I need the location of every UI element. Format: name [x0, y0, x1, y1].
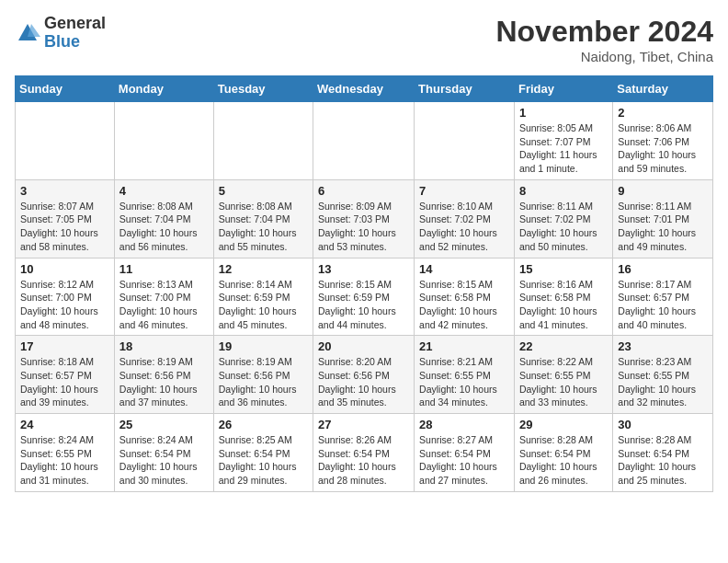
day-info: Sunrise: 8:23 AMSunset: 6:55 PMDaylight:… — [618, 355, 708, 409]
header-cell: Thursday — [415, 76, 515, 102]
day-info: Sunrise: 8:07 AMSunset: 7:05 PMDaylight:… — [20, 200, 109, 254]
calendar-header: SundayMondayTuesdayWednesdayThursdayFrid… — [16, 76, 713, 102]
calendar-cell: 29Sunrise: 8:28 AMSunset: 6:54 PMDayligh… — [514, 414, 612, 492]
day-info: Sunrise: 8:17 AMSunset: 6:57 PMDaylight:… — [618, 278, 708, 332]
day-number: 17 — [20, 339, 109, 353]
day-info: Sunrise: 8:11 AMSunset: 7:02 PMDaylight:… — [519, 200, 608, 254]
day-info: Sunrise: 8:06 AMSunset: 7:06 PMDaylight:… — [618, 121, 708, 176]
header-cell: Wednesday — [313, 76, 415, 102]
calendar-cell: 19Sunrise: 8:19 AMSunset: 6:56 PMDayligh… — [213, 336, 313, 414]
day-number: 20 — [318, 339, 409, 353]
calendar-body: 1Sunrise: 8:05 AMSunset: 7:07 PMDaylight… — [16, 102, 713, 492]
calendar-cell: 20Sunrise: 8:20 AMSunset: 6:56 PMDayligh… — [313, 336, 415, 414]
calendar-cell: 21Sunrise: 8:21 AMSunset: 6:55 PMDayligh… — [415, 336, 515, 414]
calendar-cell: 7Sunrise: 8:10 AMSunset: 7:02 PMDaylight… — [415, 179, 515, 258]
title-block: November 2024 Naidong, Tibet, China — [495, 15, 713, 64]
day-info: Sunrise: 8:22 AMSunset: 6:55 PMDaylight:… — [519, 355, 608, 409]
day-info: Sunrise: 8:21 AMSunset: 6:55 PMDaylight:… — [419, 355, 509, 409]
day-number: 11 — [119, 262, 209, 276]
day-number: 14 — [419, 262, 509, 276]
header-row: SundayMondayTuesdayWednesdayThursdayFrid… — [16, 76, 713, 102]
day-info: Sunrise: 8:05 AMSunset: 7:07 PMDaylight:… — [519, 121, 608, 176]
day-info: Sunrise: 8:28 AMSunset: 6:54 PMDaylight:… — [618, 433, 708, 488]
day-number: 15 — [519, 262, 608, 276]
calendar-cell: 27Sunrise: 8:26 AMSunset: 6:54 PMDayligh… — [313, 414, 415, 492]
calendar-cell: 1Sunrise: 8:05 AMSunset: 7:07 PMDaylight… — [514, 102, 612, 180]
calendar-cell — [313, 102, 415, 180]
day-number: 8 — [519, 184, 608, 198]
calendar-cell: 8Sunrise: 8:11 AMSunset: 7:02 PMDaylight… — [514, 179, 612, 258]
calendar-cell: 13Sunrise: 8:15 AMSunset: 6:59 PMDayligh… — [313, 258, 415, 336]
day-number: 12 — [219, 262, 308, 276]
calendar-cell: 3Sunrise: 8:07 AMSunset: 7:05 PMDaylight… — [16, 179, 115, 258]
calendar-week: 3Sunrise: 8:07 AMSunset: 7:05 PMDaylight… — [16, 179, 713, 258]
day-info: Sunrise: 8:15 AMSunset: 6:59 PMDaylight:… — [318, 278, 409, 332]
day-number: 18 — [119, 339, 209, 353]
day-number: 7 — [419, 184, 509, 198]
calendar-cell: 22Sunrise: 8:22 AMSunset: 6:55 PMDayligh… — [514, 336, 612, 414]
calendar-cell: 26Sunrise: 8:25 AMSunset: 6:54 PMDayligh… — [213, 414, 313, 492]
calendar-cell: 18Sunrise: 8:19 AMSunset: 6:56 PMDayligh… — [114, 336, 213, 414]
day-info: Sunrise: 8:12 AMSunset: 7:00 PMDaylight:… — [20, 278, 109, 332]
calendar-cell: 17Sunrise: 8:18 AMSunset: 6:57 PMDayligh… — [16, 336, 115, 414]
calendar-cell: 10Sunrise: 8:12 AMSunset: 7:00 PMDayligh… — [16, 258, 115, 336]
day-info: Sunrise: 8:24 AMSunset: 6:54 PMDaylight:… — [119, 433, 209, 488]
day-info: Sunrise: 8:25 AMSunset: 6:54 PMDaylight:… — [219, 433, 308, 488]
calendar-cell: 15Sunrise: 8:16 AMSunset: 6:58 PMDayligh… — [514, 258, 612, 336]
logo-blue: Blue — [44, 33, 106, 52]
calendar-cell: 23Sunrise: 8:23 AMSunset: 6:55 PMDayligh… — [613, 336, 713, 414]
day-info: Sunrise: 8:19 AMSunset: 6:56 PMDaylight:… — [119, 355, 209, 409]
logo: General Blue — [15, 15, 106, 52]
day-number: 30 — [618, 418, 708, 431]
day-info: Sunrise: 8:08 AMSunset: 7:04 PMDaylight:… — [219, 200, 308, 254]
calendar-cell — [213, 102, 313, 180]
day-number: 9 — [618, 184, 708, 198]
logo-text: General Blue — [44, 15, 106, 52]
day-info: Sunrise: 8:24 AMSunset: 6:55 PMDaylight:… — [20, 433, 109, 488]
calendar-cell — [415, 102, 515, 180]
calendar-cell: 24Sunrise: 8:24 AMSunset: 6:55 PMDayligh… — [16, 414, 115, 492]
day-info: Sunrise: 8:09 AMSunset: 7:03 PMDaylight:… — [318, 200, 409, 254]
day-number: 25 — [119, 418, 209, 431]
day-number: 4 — [119, 184, 209, 198]
header-cell: Saturday — [613, 76, 713, 102]
day-info: Sunrise: 8:28 AMSunset: 6:54 PMDaylight:… — [519, 433, 608, 488]
day-info: Sunrise: 8:08 AMSunset: 7:04 PMDaylight:… — [119, 200, 209, 254]
calendar-cell: 4Sunrise: 8:08 AMSunset: 7:04 PMDaylight… — [114, 179, 213, 258]
day-number: 5 — [219, 184, 308, 198]
day-number: 27 — [318, 418, 409, 431]
header-cell: Monday — [114, 76, 213, 102]
day-number: 2 — [618, 106, 708, 120]
calendar-cell: 2Sunrise: 8:06 AMSunset: 7:06 PMDaylight… — [613, 102, 713, 180]
day-info: Sunrise: 8:26 AMSunset: 6:54 PMDaylight:… — [318, 433, 409, 488]
day-number: 13 — [318, 262, 409, 276]
header-cell: Friday — [514, 76, 612, 102]
logo-icon — [15, 20, 40, 46]
calendar-week: 17Sunrise: 8:18 AMSunset: 6:57 PMDayligh… — [16, 336, 713, 414]
header-cell: Sunday — [16, 76, 115, 102]
calendar-cell: 30Sunrise: 8:28 AMSunset: 6:54 PMDayligh… — [613, 414, 713, 492]
calendar-cell — [114, 102, 213, 180]
day-number: 23 — [618, 339, 708, 353]
day-number: 28 — [419, 418, 509, 431]
page-header: General Blue November 2024 Naidong, Tibe… — [15, 15, 713, 64]
calendar-cell: 12Sunrise: 8:14 AMSunset: 6:59 PMDayligh… — [213, 258, 313, 336]
calendar-cell: 25Sunrise: 8:24 AMSunset: 6:54 PMDayligh… — [114, 414, 213, 492]
day-number: 16 — [618, 262, 708, 276]
calendar-cell: 5Sunrise: 8:08 AMSunset: 7:04 PMDaylight… — [213, 179, 313, 258]
day-info: Sunrise: 8:10 AMSunset: 7:02 PMDaylight:… — [419, 200, 509, 254]
day-number: 6 — [318, 184, 409, 198]
calendar-cell: 9Sunrise: 8:11 AMSunset: 7:01 PMDaylight… — [613, 179, 713, 258]
day-info: Sunrise: 8:18 AMSunset: 6:57 PMDaylight:… — [20, 355, 109, 409]
day-info: Sunrise: 8:16 AMSunset: 6:58 PMDaylight:… — [519, 278, 608, 332]
day-info: Sunrise: 8:14 AMSunset: 6:59 PMDaylight:… — [219, 278, 308, 332]
day-number: 29 — [519, 418, 608, 431]
day-number: 1 — [519, 106, 608, 120]
calendar-cell: 16Sunrise: 8:17 AMSunset: 6:57 PMDayligh… — [613, 258, 713, 336]
day-number: 22 — [519, 339, 608, 353]
day-number: 26 — [219, 418, 308, 431]
calendar-week: 24Sunrise: 8:24 AMSunset: 6:55 PMDayligh… — [16, 414, 713, 492]
calendar-cell: 14Sunrise: 8:15 AMSunset: 6:58 PMDayligh… — [415, 258, 515, 336]
logo-general: General — [44, 15, 106, 33]
day-info: Sunrise: 8:13 AMSunset: 7:00 PMDaylight:… — [119, 278, 209, 332]
